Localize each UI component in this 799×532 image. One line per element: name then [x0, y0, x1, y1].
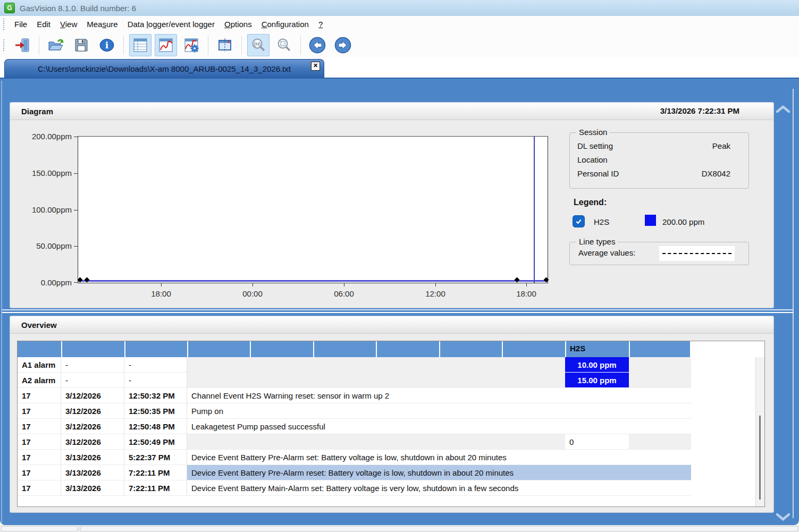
exit-button[interactable]	[11, 34, 33, 56]
line-types-groupbox-title: Line types	[576, 237, 618, 246]
y-axis-tick-mark	[74, 282, 78, 283]
alarm-label-cell: A2 alarm	[18, 373, 61, 388]
y-axis-tick-mark	[74, 210, 78, 210]
menu-item-measure[interactable]: Measure	[82, 17, 122, 31]
event-row[interactable]: 173/12/202612:50:48 PMLeakagetest Pump p…	[18, 419, 691, 434]
event-id-cell: 17	[18, 465, 61, 480]
table-cell	[629, 434, 691, 450]
menu-item-edit[interactable]: Edit	[32, 17, 55, 31]
toolbar-grip[interactable]	[3, 19, 4, 30]
alarm-row[interactable]: A2 alarm--15.00 ppm	[18, 373, 691, 388]
diagram-settings-button[interactable]	[180, 34, 203, 56]
table-vertical-scrollbar[interactable]	[755, 357, 764, 506]
toolbar-separator	[39, 36, 39, 55]
event-date-cell: 3/12/2026	[61, 434, 124, 450]
event-row[interactable]: 173/13/20265:22:37 PMDevice Event Batter…	[18, 450, 691, 465]
overview-panel-header: Overview	[10, 316, 773, 334]
event-message-cell: Device Event Battery Pre-Alarm set: Batt…	[187, 450, 565, 465]
session-field-value: DX8042	[702, 169, 730, 178]
event-row[interactable]: 173/12/202612:50:32 PMChannel Event H2S …	[18, 388, 691, 403]
x-axis-tick-mark	[435, 283, 436, 286]
status-bar-section	[80, 526, 798, 531]
toolbar-separator	[208, 36, 208, 55]
chart-cursor-line[interactable]	[534, 137, 535, 283]
alarm-row[interactable]: A1 alarm--10.00 ppm	[18, 357, 691, 373]
chart-plot-area[interactable]: 200.00ppm150.00ppm100.00ppm50.00ppm0.00p…	[78, 136, 548, 283]
toolbar-separator	[241, 36, 242, 55]
panel-splitter[interactable]	[2, 309, 793, 315]
session-groupbox-title: Session	[576, 128, 610, 137]
legend-range-label: 200.00 ppm	[662, 217, 704, 226]
file-tab[interactable]: C:\Users\smckinzie\Downloads\X-am 8000_A…	[4, 59, 324, 78]
legend-title: Legend:	[574, 198, 607, 207]
menu-item-data-logger-event-logger[interactable]: Data logger/event logger	[123, 17, 220, 31]
column-separator	[61, 341, 62, 357]
session-groupbox: Session DL settingPeakLocationPersonal I…	[569, 132, 749, 189]
split-view-button[interactable]	[214, 34, 236, 56]
cursor-timestamp: 3/13/2026 7:22:31 PM	[660, 106, 739, 115]
column-separator	[629, 341, 630, 357]
x-axis-tick-label: 18:00	[145, 289, 177, 298]
frame-line	[793, 89, 794, 518]
diagram-view-icon	[158, 37, 174, 53]
menu-item-file[interactable]: File	[10, 17, 32, 31]
navigate-back-button[interactable]	[306, 34, 329, 56]
menu-item-options[interactable]: Options	[220, 17, 257, 31]
y-axis-tick-label: 100.00ppm	[13, 205, 72, 214]
y-axis-tick-mark	[74, 173, 78, 174]
alarm-threshold-cell: 10.00 ppm	[565, 357, 629, 373]
menu-item-configuration[interactable]: Configuration	[257, 17, 314, 31]
menu-item-view[interactable]: View	[55, 17, 82, 31]
event-row[interactable]: 173/12/202612:50:35 PMPump on	[18, 403, 691, 419]
toolbar-separator	[123, 36, 124, 55]
table-view-button[interactable]	[129, 34, 152, 56]
splitter-line	[2, 312, 793, 313]
event-date-cell: 3/12/2026	[61, 388, 124, 403]
event-message-cell: Device Event Battery Pre-Alarm reset: Ba…	[187, 465, 565, 480]
session-field-label: Location	[577, 155, 608, 164]
x-axis-tick-label: 00:00	[237, 289, 268, 298]
info-button[interactable]: i	[96, 34, 118, 56]
x-axis-tick-label: 12:00	[419, 289, 451, 298]
split-view-icon	[217, 37, 233, 53]
main-content: Diagram 3/13/2026 7:22:31 PM 200.00ppm15…	[0, 78, 799, 525]
event-row[interactable]: 173/13/20267:22:11 PMDevice Event Batter…	[18, 465, 691, 480]
event-time-cell: 12:50:35 PM	[124, 403, 187, 419]
event-date-cell: 3/13/2026	[61, 465, 124, 480]
event-h2s-cell	[565, 450, 629, 465]
event-row[interactable]: 173/13/20267:22:11 PMDevice Event Batter…	[18, 480, 691, 496]
event-message-cell	[187, 434, 565, 450]
event-id-cell: 17	[18, 450, 61, 465]
y-axis-tick-label: 150.00ppm	[13, 168, 72, 178]
scrollbar-thumb[interactable]	[759, 416, 761, 500]
x-axis-tick-mark	[344, 283, 344, 286]
zoom-horizontal-button[interactable]: (H)	[247, 34, 270, 56]
event-time-cell: 5:22:37 PM	[124, 450, 187, 465]
column-separator	[124, 341, 125, 357]
x-axis-tick-mark	[161, 283, 162, 286]
diagram-settings-icon	[183, 37, 199, 53]
table-cell: -	[124, 373, 187, 388]
zoom-horizontal-icon: (H)	[250, 37, 266, 53]
toolbar-grip[interactable]	[3, 39, 4, 51]
zoom-selection-icon	[276, 37, 292, 53]
event-row[interactable]: 173/12/202612:50:49 PM0	[18, 434, 691, 450]
event-id-cell: 17	[18, 480, 61, 496]
open-file-button[interactable]	[45, 34, 67, 56]
save-button[interactable]	[70, 34, 92, 56]
h2s-color-swatch	[645, 215, 656, 226]
collapse-down-chevron-icon[interactable]	[774, 511, 792, 522]
column-separator	[439, 341, 440, 357]
collapse-up-chevron-icon[interactable]	[774, 104, 792, 115]
navigate-forward-button[interactable]	[332, 34, 354, 56]
zoom-selection-button[interactable]	[273, 34, 295, 56]
close-icon[interactable]: ✕	[311, 62, 320, 71]
diagram-view-button[interactable]	[155, 34, 177, 56]
h2s-channel-checkbox[interactable]	[573, 215, 585, 227]
menu-item-help[interactable]: ?	[314, 17, 327, 31]
event-h2s-cell	[565, 388, 629, 403]
status-bar	[0, 525, 799, 532]
alarm-label-cell: A1 alarm	[18, 357, 61, 373]
app-icon-letter: G	[7, 4, 12, 12]
event-message-cell: Channel Event H2S Warning reset: sensor …	[187, 388, 565, 403]
